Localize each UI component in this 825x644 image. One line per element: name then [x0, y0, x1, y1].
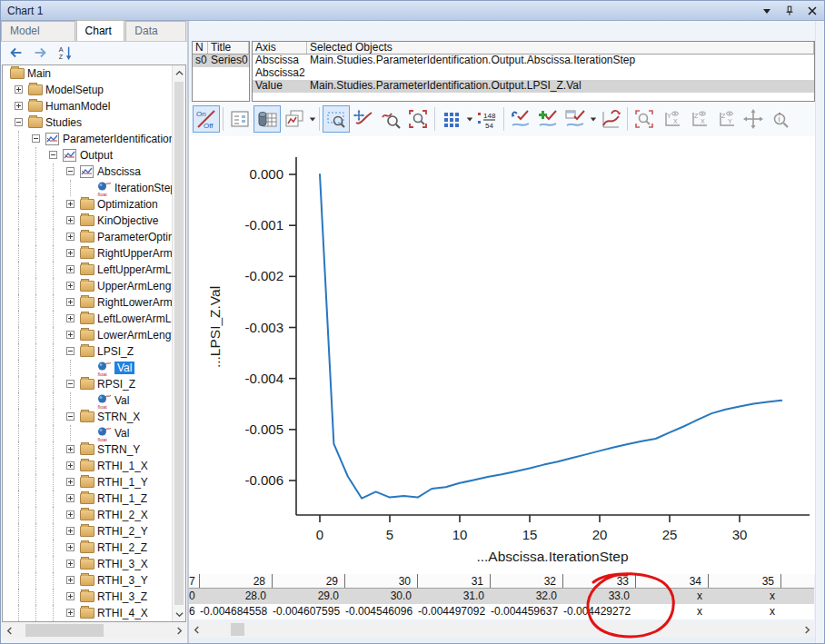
window-menu-icon[interactable] [760, 5, 773, 17]
expand-icon[interactable] [66, 494, 75, 502]
series-row[interactable]: s0 Series0 [193, 54, 249, 67]
expand-icon[interactable] [66, 233, 75, 241]
expand-icon[interactable] [66, 282, 75, 290]
chart-plot-area[interactable]: 0510152025300.000-0.001-0.002-0.003-0.00… [189, 136, 825, 574]
swapaxes-button[interactable] [597, 105, 624, 133]
tree-item-upperarmlengt[interactable]: UpperArmLengt [3, 278, 172, 294]
column-header[interactable]: N [193, 42, 208, 54]
column-header[interactable]: Axis [253, 42, 307, 54]
collapse-icon[interactable] [66, 347, 75, 355]
expand-icon[interactable] [66, 560, 75, 568]
tree-item-rthi-1-x[interactable]: RTHI_1_X [3, 458, 172, 474]
tree-item-strn-y[interactable]: STRN_Y [3, 441, 172, 458]
tree-item-rthi-1-y[interactable]: RTHI_1_Y [3, 474, 172, 490]
tree-item-iterationstep[interactable]: floatIterationStep [3, 180, 172, 196]
expand-icon[interactable] [66, 543, 75, 551]
expand-icon[interactable] [15, 85, 23, 94]
table-horizontal-scrollbar[interactable] [189, 621, 814, 638]
zoomfit-button[interactable] [631, 105, 658, 133]
tree-item-optimization[interactable]: Optimization [3, 196, 172, 213]
window-titlebar[interactable]: Chart 1 [1, 1, 824, 21]
tree-item-lpsi-z[interactable]: LPSI_Z [3, 343, 172, 360]
chartcopy-dropdown-icon[interactable] [308, 105, 316, 133]
expand-icon[interactable] [66, 609, 75, 617]
tree-item-rpsi-z[interactable]: RPSI_Z [3, 376, 172, 392]
tree-item-modelsetup[interactable]: ModelSetup [3, 82, 172, 98]
tree-item-rthi-4-x[interactable]: RTHI_4_X [3, 605, 172, 621]
addcurve-button[interactable] [534, 105, 562, 133]
collapse-icon[interactable] [32, 134, 40, 143]
collapse-icon[interactable] [66, 380, 75, 388]
tree-item-rthi-3-x[interactable]: RTHI_3_X [3, 556, 172, 572]
tree-item-humanmodel[interactable]: HumanModel [3, 98, 172, 114]
expand-icon[interactable] [66, 314, 75, 322]
collapse-icon[interactable] [49, 151, 57, 159]
tree-horizontal-scrollbar[interactable] [2, 622, 186, 639]
collapse-icon[interactable] [66, 167, 75, 175]
scroll-up-icon[interactable] [173, 65, 186, 80]
expand-icon[interactable] [66, 461, 75, 470]
grid-button[interactable] [438, 105, 465, 133]
tree-item-rthi-2-x[interactable]: RTHI_2_X [3, 507, 172, 523]
tree-item-parameteroptim[interactable]: ParameterOptim [3, 229, 172, 245]
tree-item-parameteridentification[interactable]: ParameterIdentification [3, 131, 172, 147]
expand-icon[interactable] [66, 200, 75, 208]
expand-icon[interactable] [15, 102, 23, 110]
tree-item-leftupperarml[interactable]: LeftUpperArmL [3, 262, 172, 278]
pan-button[interactable] [740, 105, 767, 133]
tab-model-view-1[interactable]: Model View 1 [1, 21, 75, 41]
tab-data-view[interactable]: Data View [125, 21, 186, 41]
zoomselect-button[interactable] [323, 105, 350, 133]
tree-item-rthi-2-z[interactable]: RTHI_2_Z [3, 540, 172, 556]
expand-icon[interactable] [66, 527, 75, 535]
expand-icon[interactable] [66, 445, 75, 453]
viewyx-button[interactable]: YX [658, 105, 685, 133]
tree-item-main[interactable]: Main [3, 65, 172, 82]
collapse-icon[interactable] [66, 412, 75, 421]
viewzx-button[interactable]: ZX [685, 105, 712, 133]
close-icon[interactable] [806, 5, 819, 17]
tree-item-leftlowerarml[interactable]: LeftLowerArmL [3, 311, 172, 327]
dbtable-button[interactable] [253, 105, 281, 133]
tree-item-rthi-3-z[interactable]: RTHI_3_Z [3, 589, 172, 605]
tree-item-rthi-2-y[interactable]: RTHI_2_Y [3, 523, 172, 540]
tree-item-rightlowerarm[interactable]: RightLowerArm [3, 294, 172, 311]
scroll-right-icon[interactable] [800, 621, 814, 638]
sort-az-icon[interactable]: AZ [57, 45, 74, 61]
expand-icon[interactable] [66, 298, 75, 306]
tree-item-kinobjective[interactable]: KinObjective [3, 213, 172, 229]
scrollbar-thumb[interactable] [231, 623, 244, 636]
column-header[interactable]: Title [208, 42, 249, 54]
expand-icon[interactable] [66, 216, 75, 224]
scroll-right-icon[interactable] [172, 622, 186, 639]
expand-icon[interactable] [66, 331, 75, 339]
tree-item-rthi-3-y[interactable]: RTHI_3_Y [3, 572, 172, 589]
tree-item-val[interactable]: floatVal [3, 360, 172, 376]
tree-item-strn-x[interactable]: STRN_X [3, 409, 172, 425]
zoomreset-button[interactable] [404, 105, 432, 133]
tree-item-val[interactable]: floatVal [3, 425, 172, 441]
movecurve-button[interactable] [350, 105, 377, 133]
chartcopy-button[interactable] [281, 105, 308, 133]
tree-item-val[interactable]: floatVal [3, 392, 172, 409]
expand-icon[interactable] [66, 478, 75, 486]
grid-dropdown-icon[interactable] [465, 105, 473, 133]
form-button[interactable] [226, 105, 253, 133]
scrollbar-thumb[interactable] [174, 82, 184, 605]
expand-icon[interactable] [66, 592, 75, 600]
expand-icon[interactable] [66, 510, 75, 519]
scroll-left-icon[interactable] [189, 621, 204, 638]
values-button[interactable]: 14854 [473, 105, 501, 133]
tree-item-studies[interactable]: Studies [3, 114, 172, 131]
refreshcurve-button[interactable] [507, 105, 534, 133]
scroll-left-icon[interactable] [2, 622, 16, 639]
axis-row-abscissa[interactable]: Abscissa Main.Studies.ParameterIdentific… [253, 54, 814, 67]
propcurve-button[interactable] [562, 105, 589, 133]
axis-row-value[interactable]: Value Main.Studies.ParameterIdentificati… [253, 80, 814, 93]
collapse-icon[interactable] [15, 118, 23, 126]
pin-icon[interactable] [783, 5, 796, 17]
expand-icon[interactable] [66, 576, 75, 584]
forward-icon[interactable] [32, 45, 48, 61]
tree-vertical-scrollbar[interactable] [172, 65, 185, 621]
tree-item-rthi-1-z[interactable]: RTHI_1_Z [3, 490, 172, 507]
